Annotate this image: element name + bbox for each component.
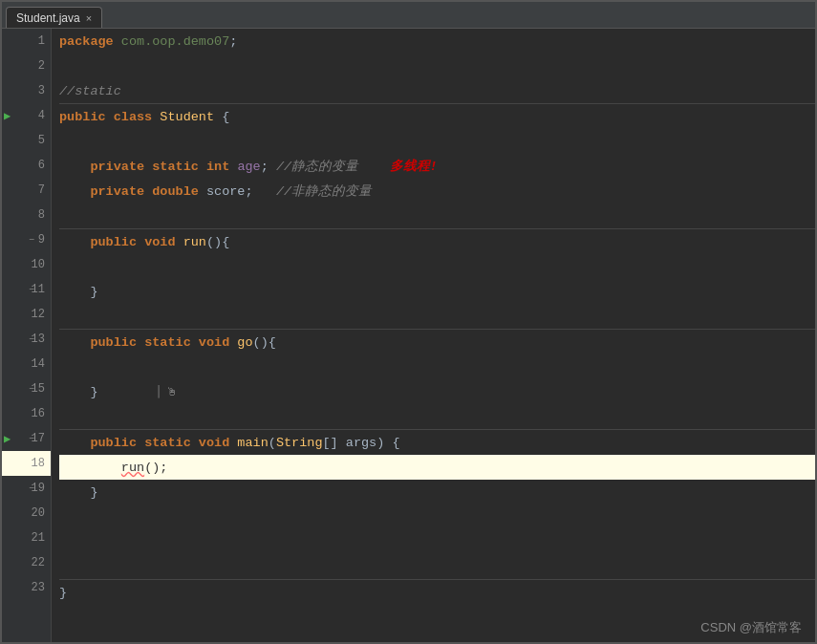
code-line-21	[59, 529, 815, 554]
code-line-7: private double score; //非静态的变量	[59, 179, 815, 204]
line-num-19: − 19	[2, 476, 51, 501]
line-num-2: 2	[2, 54, 51, 78]
line-num-22: 22	[2, 550, 51, 575]
line-num-12: 12	[2, 302, 51, 327]
code-line-20	[59, 504, 815, 529]
fold-arrow-13[interactable]: −	[29, 334, 34, 345]
line-num-23: 23	[2, 575, 51, 600]
line-num-8: 8	[2, 203, 51, 227]
line-num-6: 6	[2, 153, 51, 178]
close-tab-button[interactable]: ×	[86, 12, 92, 24]
code-area: 1 2 3 ▶ 4 5 6 7 8 − 9 10 − 11 12 − 13	[2, 29, 815, 642]
code-line-22	[59, 554, 815, 579]
code-line-5	[59, 129, 815, 154]
tab-bar: Student.java ×	[2, 2, 815, 29]
code-line-9: public void run(){	[59, 229, 815, 254]
fold-arrow-9[interactable]: −	[29, 235, 34, 246]
line-num-4: ▶ 4	[2, 103, 51, 128]
code-line-23: }	[59, 580, 815, 605]
code-line-1: package com.oop.demo07;	[59, 29, 815, 54]
line-num-18: 18	[2, 451, 51, 476]
watermark: CSDN @酒馆常客	[700, 619, 802, 636]
code-line-11: }	[59, 279, 815, 304]
code-line-16	[59, 404, 815, 429]
fold-arrow-15[interactable]: −	[29, 384, 34, 395]
code-line-10	[59, 254, 815, 279]
line-num-11: − 11	[2, 277, 51, 302]
line-num-16: 16	[2, 401, 51, 426]
line-num-3: 3	[2, 78, 51, 103]
fold-arrow-19[interactable]: −	[29, 483, 34, 494]
file-tab-label: Student.java	[16, 11, 80, 25]
line-num-9: − 9	[2, 227, 51, 252]
line-num-14: 14	[2, 352, 51, 376]
code-line-4: public class Student {	[59, 104, 815, 129]
keyword-package: package	[59, 34, 114, 49]
code-line-17: public static void main(String[] args) {	[59, 430, 815, 455]
line-num-5: 5	[2, 128, 51, 153]
line-num-1: 1	[2, 29, 51, 54]
line-num-17: ▶ − 17	[2, 426, 51, 451]
code-line-19: }	[59, 480, 815, 504]
line-numbers: 1 2 3 ▶ 4 5 6 7 8 − 9 10 − 11 12 − 13	[2, 29, 52, 642]
line-num-15: − 15	[2, 376, 51, 401]
run-arrow-4: ▶	[4, 109, 11, 123]
line-num-7: 7	[2, 178, 51, 203]
fold-arrow-11[interactable]: −	[29, 285, 34, 295]
code-content[interactable]: package com.oop.demo07; //static public …	[52, 29, 815, 642]
file-tab[interactable]: Student.java ×	[6, 7, 102, 28]
code-line-14	[59, 354, 815, 379]
code-line-2	[59, 54, 815, 78]
line-num-10: 10	[2, 252, 51, 277]
code-line-12	[59, 304, 815, 329]
code-line-3: //static	[59, 78, 815, 103]
fold-arrow-17[interactable]: −	[29, 434, 34, 444]
code-line-18: run();	[59, 455, 815, 480]
editor-window: Student.java × 1 2 3 ▶ 4 5 6 7 8 − 9 10 …	[0, 0, 817, 644]
run-arrow-17: ▶	[4, 432, 11, 446]
code-line-6: private static int age; //静态的变量 多线程!	[59, 154, 815, 179]
comment-static: //static	[59, 84, 121, 98]
line-num-21: 21	[2, 526, 51, 550]
code-line-8	[59, 204, 815, 228]
line-num-20: 20	[2, 501, 51, 526]
line-num-13: − 13	[2, 327, 51, 352]
code-line-13: public static void go(){	[59, 330, 815, 354]
code-line-15: } │ 🖱	[59, 379, 815, 404]
